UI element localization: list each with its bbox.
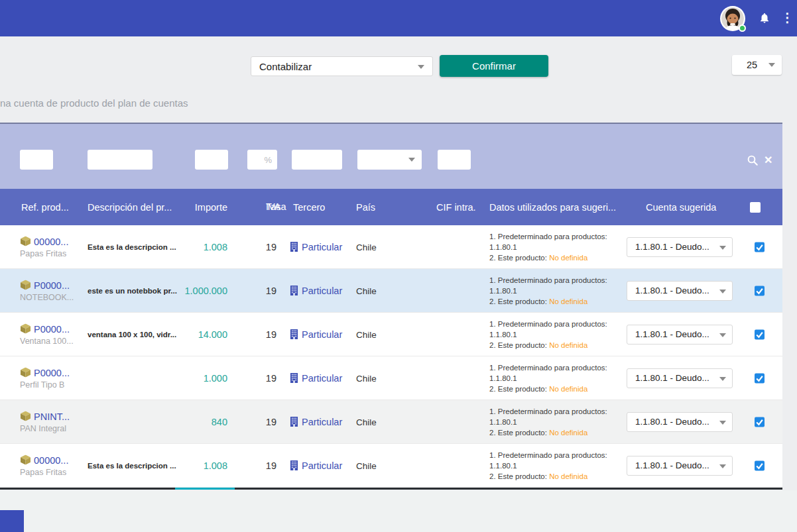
row-checkbox[interactable] [755, 329, 765, 339]
product-ref-link[interactable]: P0000... [34, 323, 70, 334]
product-ref-link[interactable]: P0000... [34, 367, 70, 378]
table-row[interactable]: P0000... Ventana 100... ventana 100 x 10… [0, 313, 782, 356]
filter-pais-select[interactable] [357, 150, 422, 170]
filter-tasa-input[interactable] [247, 150, 277, 170]
check-icon [755, 417, 764, 426]
header-tercero[interactable]: Tercero [293, 202, 325, 213]
check-icon [755, 286, 764, 295]
ref-cell: 00000... Papas Fritas [20, 236, 68, 258]
ref-cell: PNINT... PAN Integral [20, 411, 70, 433]
header-cif-intra[interactable]: CIF intra. [436, 202, 476, 213]
tasa-iva-cell: 19 [227, 417, 276, 427]
package-icon [20, 324, 31, 334]
datos-line-1: 1. Predeterminado para productos: [489, 450, 619, 460]
row-checkbox[interactable] [755, 460, 765, 470]
filter-ref-input[interactable] [20, 150, 53, 170]
header-ref[interactable]: Ref. prod... [21, 202, 69, 213]
pais-cell: Chile [356, 286, 377, 295]
table-row[interactable]: 00000... Papas Fritas Esta es la descrip… [0, 444, 782, 488]
datos-line-2: 1.1.80.1 [489, 373, 619, 384]
page-size-select[interactable]: 25 [732, 55, 782, 75]
search-icon[interactable] [747, 154, 759, 166]
importe-cell: 840 [172, 417, 227, 427]
cuenta-sugerida-select[interactable]: 1.1.80.1 - Deudo... [627, 456, 733, 476]
datos-line-1: 1. Predeterminado para productos: [489, 362, 619, 373]
pais-cell: Chile [356, 329, 377, 339]
datos-line-2: 1.1.80.1 [489, 460, 619, 471]
no-definida-value: No definida [549, 341, 587, 349]
datos-sugerencia-cell: 1. Predeterminado para productos: 1.1.80… [489, 406, 619, 438]
row-checkbox[interactable] [755, 286, 765, 295]
filter-desc-input[interactable] [88, 150, 153, 170]
check-icon [755, 330, 764, 339]
product-ref-link[interactable]: 00000... [34, 236, 68, 246]
building-icon [290, 242, 298, 252]
cuenta-sugerida-select[interactable]: 1.1.80.1 - Deudo... [627, 412, 733, 432]
header-datos-sugerencia[interactable]: Datos utilizados para sugeri... [489, 202, 616, 213]
product-name: Papas Fritas [20, 248, 68, 258]
table-row[interactable]: PNINT... PAN Integral 840 19 Particular … [0, 400, 782, 444]
notifications-bell-icon[interactable] [759, 11, 770, 25]
tercero-link[interactable]: Particular [302, 373, 342, 384]
cuenta-sugerida-select[interactable]: 1.1.80.1 - Deudo... [627, 281, 733, 301]
datos-line-3: 2. Este producto: No definida [489, 471, 619, 482]
product-ref-link[interactable]: 00000... [34, 454, 68, 465]
filter-tercero-input[interactable] [292, 150, 342, 170]
tercero-cell: Particular [290, 373, 342, 384]
table-row[interactable]: P0000... Perfil Tipo B 1.000 19 Particul… [0, 356, 782, 400]
datos-sugerencia-cell: 1. Predeterminado para productos: 1.1.80… [489, 450, 619, 482]
header-tasa-iva[interactable]: TasaIVA [246, 201, 286, 213]
product-ref-link[interactable]: P0000... [34, 280, 70, 290]
datos-line-3: 2. Este producto: No definida [489, 340, 619, 350]
tercero-link[interactable]: Particular [302, 242, 342, 252]
header-cuenta-sugerida[interactable]: Cuenta sugerida [646, 202, 716, 213]
table-row[interactable]: 00000... Papas Fritas Esta es la descrip… [0, 225, 782, 269]
select-all-checkbox[interactable] [750, 202, 761, 213]
description-cell: ventana 100 x 100, vidr... [88, 331, 180, 339]
bottom-left-accent [0, 510, 24, 532]
row-checkbox[interactable] [755, 242, 765, 252]
check-icon [755, 374, 764, 382]
datos-line-2: 1.1.80.1 [489, 329, 619, 340]
product-name: PAN Integral [20, 423, 70, 433]
table-row[interactable]: P0000... NOTEBOOK... este es un notebbok… [0, 269, 782, 313]
no-definida-value: No definida [549, 429, 587, 437]
importe-cell: 1.000 [172, 373, 227, 384]
tercero-link[interactable]: Particular [302, 417, 342, 427]
importe-cell: 1.008 [172, 242, 227, 252]
datos-line-2: 1.1.80.1 [489, 417, 619, 427]
avatar[interactable] [720, 6, 745, 31]
pais-cell: Chile [356, 417, 377, 427]
header-descripcion[interactable]: Descripción del pr... [88, 202, 172, 213]
datos-line-1: 1. Predeterminado para productos: [489, 231, 619, 242]
tercero-link[interactable]: Particular [302, 286, 342, 296]
row-checkbox[interactable] [755, 417, 765, 427]
header-importe[interactable]: Importe [179, 202, 227, 213]
tasa-iva-cell: 19 [227, 286, 276, 296]
importe-cell: 1.000.000 [172, 286, 227, 296]
row-checkbox[interactable] [755, 373, 765, 383]
datos-line-1: 1. Predeterminado para productos: [489, 275, 619, 286]
horizontal-scrollbar-track [0, 488, 782, 490]
filter-importe-input[interactable] [195, 150, 228, 170]
chevron-down-icon [418, 65, 424, 69]
pais-cell: Chile [356, 242, 377, 252]
cuenta-sugerida-select[interactable]: 1.1.80.1 - Deudo... [627, 368, 733, 388]
tercero-link[interactable]: Particular [302, 460, 342, 471]
product-ref-link[interactable]: PNINT... [34, 411, 70, 421]
datos-line-3: 2. Este producto: No definida [489, 427, 619, 438]
horizontal-scrollbar-thumb[interactable] [175, 488, 235, 490]
no-definida-value: No definida [549, 472, 587, 480]
tercero-cell: Particular [290, 329, 342, 340]
filter-cif-input[interactable] [438, 150, 471, 170]
cuenta-sugerida-select[interactable]: 1.1.80.1 - Deudo... [627, 237, 733, 257]
header-pais[interactable]: País [356, 202, 375, 213]
close-icon[interactable]: ✕ [764, 154, 772, 166]
chevron-down-icon [719, 421, 726, 425]
action-select[interactable]: Contabilizar [251, 56, 433, 76]
datos-sugerencia-cell: 1. Predeterminado para productos: 1.1.80… [489, 319, 619, 350]
tercero-link[interactable]: Particular [302, 329, 342, 340]
overflow-menu-icon[interactable]: ⋮ [781, 9, 793, 27]
confirm-button[interactable]: Confirmar [440, 55, 548, 77]
cuenta-sugerida-select[interactable]: 1.1.80.1 - Deudo... [627, 325, 733, 345]
